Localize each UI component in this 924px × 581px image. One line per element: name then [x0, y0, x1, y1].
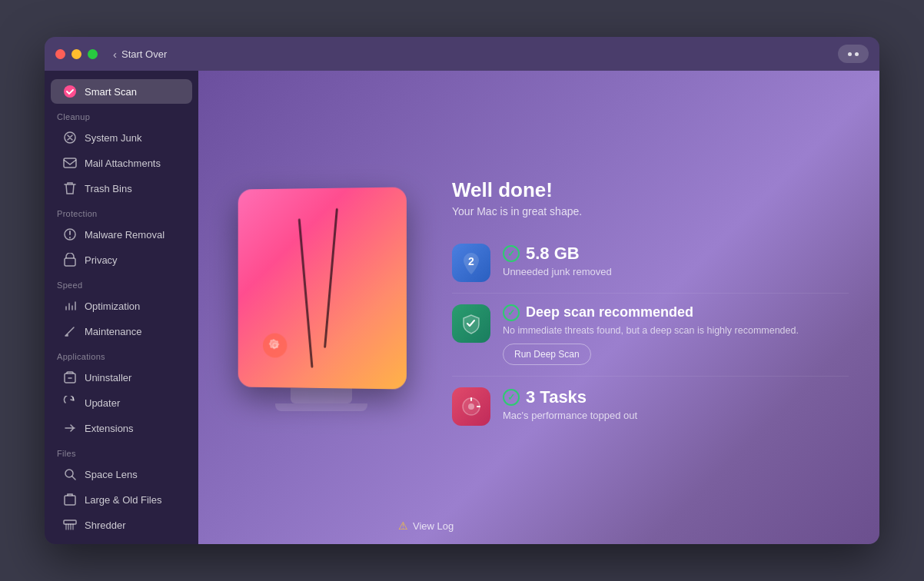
svg-rect-2	[64, 158, 76, 168]
main-subheading: Your Mac is in great shape.	[452, 205, 849, 217]
main-heading: Well done!	[452, 178, 849, 202]
tasks-icon-svg	[460, 396, 482, 417]
close-button[interactable]	[55, 49, 65, 59]
card-deep-scan: Deep scan recommended No immediate threa…	[452, 294, 849, 377]
system-junk-icon	[63, 131, 77, 144]
app-window: ‹ Start Over Smart Scan Cleanup	[45, 37, 879, 544]
maintenance-icon	[63, 324, 77, 338]
sidebar-item-system-junk[interactable]: System Junk	[51, 125, 192, 150]
warning-icon: ⚠	[398, 520, 408, 532]
svg-rect-14	[64, 520, 76, 524]
run-deep-scan-button[interactable]: Run Deep Scan	[503, 344, 591, 365]
titlebar: ‹ Start Over	[45, 37, 879, 71]
back-nav[interactable]: ‹ Start Over	[113, 48, 167, 61]
mail-icon	[63, 156, 77, 170]
sidebar-item-uninstaller[interactable]: Uninstaller	[51, 365, 192, 390]
info-panel: Well done! Your Mac is in great shape. 2…	[429, 171, 849, 445]
sidebar-item-label: Large & Old Files	[85, 494, 161, 506]
shredder-icon	[63, 518, 77, 532]
svg-point-0	[64, 85, 76, 98]
sidebar-item-label: Optimization	[85, 300, 140, 312]
updater-icon	[63, 396, 77, 410]
gear-decoration	[263, 334, 287, 358]
chevron-left-icon: ‹	[113, 48, 117, 61]
back-label: Start Over	[121, 48, 167, 60]
deep-scan-title: Deep scan recommended	[526, 304, 693, 320]
card-junk-removed: 2 5.8 GB Unneeded junk removed	[452, 233, 849, 294]
section-cleanup-label: Cleanup	[45, 105, 198, 124]
sidebar-item-mail-attachments[interactable]: Mail Attachments	[51, 151, 192, 175]
section-protection-label: Protection	[45, 201, 198, 221]
shield-icon	[460, 313, 482, 334]
junk-check-icon	[503, 245, 520, 262]
sidebar-item-label: Shredder	[85, 520, 125, 531]
mac-stand	[291, 388, 352, 403]
sidebar-item-shredder[interactable]: Shredder	[51, 513, 192, 537]
sidebar-item-label: Maintenance	[85, 326, 141, 337]
sidebar-item-trash-bins[interactable]: Trash Bins	[51, 176, 192, 201]
svg-line-12	[72, 476, 75, 480]
uninstaller-icon	[63, 370, 77, 384]
sidebar-item-label: Mail Attachments	[85, 158, 161, 169]
mac-illustration	[214, 188, 429, 411]
privacy-icon	[63, 253, 77, 267]
sidebar-item-space-lens[interactable]: Space Lens	[51, 462, 192, 486]
sidebar-item-optimization[interactable]: Optimization	[51, 294, 192, 318]
minimize-button[interactable]	[71, 49, 81, 59]
svg-rect-4	[65, 258, 75, 266]
sidebar-item-smart-scan[interactable]: Smart Scan	[51, 79, 192, 104]
main-content: Smart Scan Cleanup System Junk Mail Atta…	[45, 71, 879, 544]
junk-value: 5.8 GB	[526, 244, 580, 264]
trash-icon	[63, 181, 77, 195]
svg-rect-13	[65, 496, 75, 505]
content-area: Well done! Your Mac is in great shape. 2…	[198, 71, 879, 544]
sidebar-item-malware-removal[interactable]: Malware Removal	[51, 222, 192, 247]
sidebar-item-label: System Junk	[85, 132, 141, 144]
large-files-icon	[63, 493, 77, 506]
sidebar-item-label: Uninstaller	[85, 372, 131, 383]
sidebar-item-label: Malware Removal	[85, 229, 165, 241]
deep-scan-check-icon	[503, 304, 520, 321]
view-log-label: View Log	[413, 520, 454, 532]
tasks-header: 3 Tasks	[503, 387, 849, 407]
sidebar-item-label: Space Lens	[85, 469, 138, 480]
deep-scan-icon	[452, 304, 490, 343]
malware-icon	[63, 227, 77, 241]
sidebar-item-maintenance[interactable]: Maintenance	[51, 319, 192, 344]
deep-scan-header: Deep scan recommended	[503, 304, 849, 321]
mac-screen	[238, 187, 407, 389]
junk-icon-svg: 2	[461, 251, 481, 274]
svg-text:2: 2	[468, 255, 474, 267]
view-log-bar[interactable]: ⚠ View Log	[398, 520, 454, 532]
tasks-desc: Mac's performance topped out	[503, 410, 849, 421]
sidebar-item-updater[interactable]: Updater	[51, 390, 192, 415]
extensions-icon	[63, 421, 77, 435]
dot-icon	[848, 52, 852, 56]
tasks-check-icon	[503, 389, 520, 406]
space-lens-icon	[63, 467, 77, 481]
sidebar-item-label: Extensions	[85, 423, 134, 434]
tasks-card-body: 3 Tasks Mac's performance topped out	[503, 387, 849, 421]
tasks-icon	[452, 387, 490, 426]
sidebar-item-extensions[interactable]: Extensions	[51, 416, 192, 440]
section-speed-label: Speed	[45, 273, 198, 293]
section-files-label: Files	[45, 441, 198, 461]
section-applications-label: Applications	[45, 344, 198, 364]
sidebar-item-label: Privacy	[85, 254, 118, 266]
card-tasks: 3 Tasks Mac's performance topped out	[452, 377, 849, 437]
sidebar-item-privacy[interactable]: Privacy	[51, 247, 192, 272]
options-button[interactable]	[838, 45, 869, 63]
junk-desc: Unneeded junk removed	[503, 266, 849, 277]
maximize-button[interactable]	[88, 49, 98, 59]
sidebar-item-label: Trash Bins	[85, 183, 132, 194]
svg-point-17	[468, 403, 474, 410]
junk-card-header: 5.8 GB	[503, 244, 849, 264]
deep-scan-card-body: Deep scan recommended No immediate threa…	[503, 304, 849, 366]
tasks-value: 3 Tasks	[526, 387, 587, 407]
junk-card-body: 5.8 GB Unneeded junk removed	[503, 244, 849, 277]
sidebar-item-label: Updater	[85, 397, 120, 409]
sidebar-item-label: Smart Scan	[85, 86, 137, 98]
traffic-lights	[55, 49, 98, 59]
sidebar-item-large-old-files[interactable]: Large & Old Files	[51, 487, 192, 512]
junk-removed-icon: 2	[452, 244, 490, 282]
